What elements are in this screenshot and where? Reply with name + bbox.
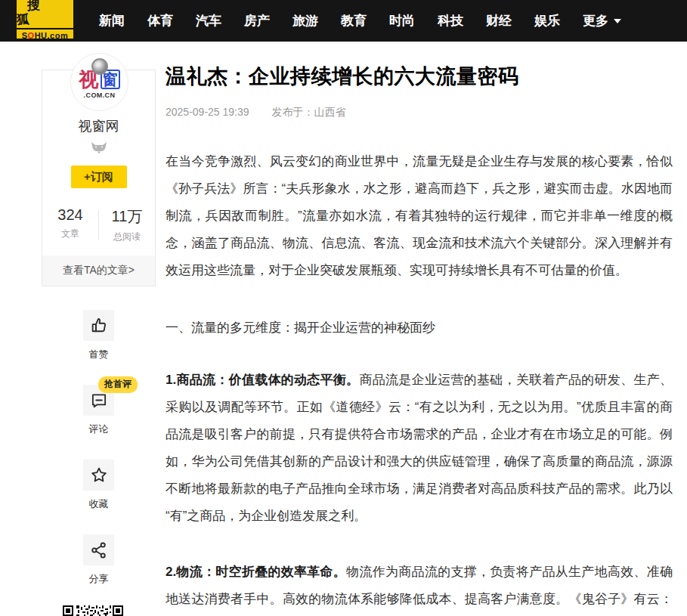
page: 搜狐 SOHU.com 新闻 体育 汽车 房产 旅游 教育 时尚 科技 财经 娱… [0, 0, 687, 616]
nav-item-finance[interactable]: 财经 [486, 12, 512, 29]
profile-name[interactable]: 视窗网 [42, 117, 155, 135]
publish-location: 发布于：山西省 [272, 106, 346, 119]
first-comment-badge[interactable]: 抢首评 [98, 376, 138, 393]
stat-total-reads-value: 11万 [99, 206, 155, 227]
chevron-down-icon [614, 19, 621, 23]
top-nav: 搜狐 SOHU.com 新闻 体育 汽车 房产 旅游 教育 时尚 科技 财经 娱… [0, 0, 687, 42]
favorite-button[interactable] [83, 460, 114, 491]
subscribe-button[interactable]: +订阅 [71, 166, 127, 188]
nav-item-more[interactable]: 更多 [583, 12, 621, 29]
nav-item-news[interactable]: 新闻 [99, 12, 125, 29]
nav-item-auto[interactable]: 汽车 [196, 12, 221, 29]
favorite-action: 收藏 [83, 460, 114, 511]
article-title: 温礼杰：企业持续增长的六大流量密码 [166, 63, 673, 90]
stat-total-reads: 11万 总阅读 [99, 206, 155, 243]
article-paragraph: 2.物流：时空折叠的效率革命。物流作为商品流的支撑，负责将产品从生产地高效、准确… [166, 559, 673, 616]
nav-item-realestate[interactable]: 房产 [244, 12, 270, 29]
nav-item-sports[interactable]: 体育 [147, 12, 173, 29]
avatar-domain-text: .COM.CN [84, 91, 116, 99]
nav-item-tech[interactable]: 科技 [438, 12, 463, 29]
like-button[interactable] [83, 310, 114, 341]
sohu-logo[interactable]: 搜狐 SOHU.com [17, 0, 73, 39]
stat-articles-label: 文章 [42, 228, 98, 240]
favorite-label: 收藏 [89, 497, 109, 511]
article: 温礼杰：企业持续增长的六大流量密码 2025-09-25 19:39 发布于：山… [166, 63, 673, 616]
stat-total-reads-label: 总阅读 [99, 231, 155, 243]
sohu-logo-cn: 搜狐 [17, 0, 73, 29]
fox-icon [42, 142, 155, 154]
share-button[interactable] [83, 534, 114, 565]
share-action: 分享 [83, 534, 114, 586]
nav-item-travel[interactable]: 旅游 [292, 12, 318, 29]
like-action: 首赞 [83, 310, 114, 361]
comment-action: 抢首评 评论 [83, 385, 114, 436]
stat-articles-value: 324 [42, 206, 98, 224]
nav-item-fashion[interactable]: 时尚 [389, 12, 415, 29]
lens-icon [91, 58, 108, 75]
nav-item-education[interactable]: 教育 [341, 12, 367, 29]
share-label: 分享 [89, 572, 109, 586]
stat-articles: 324 文章 [42, 206, 98, 243]
nav-item-entertainment[interactable]: 娱乐 [534, 12, 560, 29]
publish-date: 2025-09-25 19:39 [166, 106, 249, 119]
sohu-logo-en: SOHU.com [22, 31, 68, 40]
comment-label: 评论 [89, 423, 109, 436]
article-paragraph: 1.商品流：价值载体的动态平衡。商品流是企业运营的基础，关联着产品的研发、生产、… [166, 367, 673, 530]
like-label: 首赞 [89, 348, 109, 361]
qr-code [63, 605, 123, 616]
article-section-heading: 一、流量的多元维度：揭开企业运营的神秘面纱 [166, 317, 673, 338]
article-paragraph: 在当今竞争激烈、风云变幻的商业世界中，流量无疑是企业生存与发展的核心要素，恰似《… [166, 148, 673, 284]
article-meta: 2025-09-25 19:39 发布于：山西省 [166, 106, 673, 119]
view-articles-link[interactable]: 查看TA的文章> [42, 255, 155, 286]
paragraph-lead: 2.物流：时空折叠的效率革命。 [166, 565, 346, 579]
sohu-logo-red-o: O [28, 31, 35, 40]
paragraph-lead: 1.商品流：价值载体的动态平衡。 [166, 373, 359, 387]
avatar[interactable]: 视 窗 .COM.CN [70, 53, 128, 111]
nav-menu: 新闻 体育 汽车 房产 旅游 教育 时尚 科技 财经 娱乐 更多 [99, 0, 621, 42]
profile-stats: 324 文章 11万 总阅读 [42, 206, 155, 243]
action-column: 首赞 抢首评 评论 收藏 [42, 310, 156, 609]
